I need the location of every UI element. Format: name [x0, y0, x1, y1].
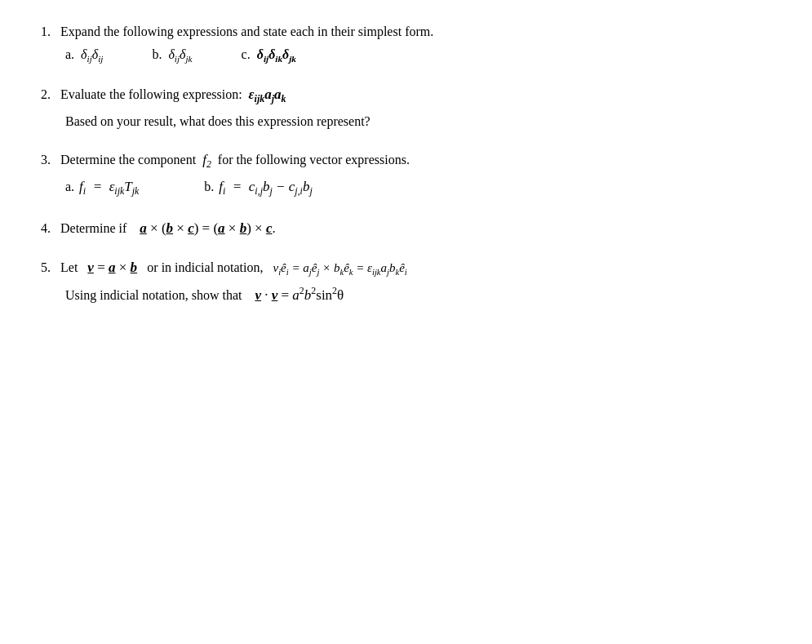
- problem-2-number: 2.: [41, 87, 57, 101]
- problem-3-text2: for the following vector expressions.: [215, 153, 410, 167]
- problem-4-header: 4. Determine if a × (b × c) = (a × b) × …: [41, 220, 771, 237]
- problem-5-number: 5.: [41, 260, 57, 274]
- problem-1-part-b: b. δijδjk: [152, 47, 192, 64]
- problem-4-number: 4.: [41, 221, 57, 235]
- part-b-math: δijδjk: [168, 47, 192, 64]
- problem-1-part-a: a. δijδij: [65, 47, 103, 64]
- problem-5-text2: or in indicial notation,: [140, 260, 269, 274]
- problem-5-math-inline: viêi = ajêj × bkêk = εijkajbkêi: [273, 261, 407, 274]
- part-c-label: c.: [242, 47, 251, 62]
- problem-4-text: Determine if: [60, 221, 136, 235]
- problem-1-parts: a. δijδij b. δijδjk c. δijδikδjk: [65, 47, 771, 64]
- problem-5: 5. Let v = a × b or in indicial notation…: [41, 260, 771, 304]
- part-c-math: δijδikδjk: [257, 47, 296, 64]
- problem-2: 2. Evaluate the following expression: εi…: [41, 87, 771, 128]
- problem-5-followup-text: Using indicial notation, show that: [65, 288, 251, 302]
- problem-5-header: 5. Let v = a × b or in indicial notation…: [41, 260, 771, 277]
- problem-2-math: εijkajak: [249, 87, 286, 102]
- part-a-label: a.: [65, 47, 74, 62]
- problem-1-text: Expand the following expressions and sta…: [60, 24, 433, 38]
- problem-2-header: 2. Evaluate the following expression: εi…: [41, 87, 771, 105]
- part-a-math: δijδij: [81, 47, 103, 64]
- problem-5-text1: Let: [60, 260, 84, 274]
- problem-1-header: 1. Expand the following expressions and …: [41, 24, 771, 39]
- problem-3-part-a: a. fi = εijkTjk: [65, 179, 139, 198]
- problem-3: 3. Determine the component f2 for the fo…: [41, 152, 771, 198]
- problem-3-text: Determine the component: [60, 153, 199, 167]
- p3-part-a-label: a.: [65, 180, 74, 194]
- p3-part-a-math: fi = εijkTjk: [79, 179, 139, 198]
- problem-3-math-inline: f2: [202, 152, 211, 167]
- problem-3-part-b: b. fi = ci,jbj − cj,ibj: [204, 179, 312, 198]
- problem-2-followup: Based on your result, what does this exp…: [65, 114, 771, 129]
- p3-part-b-label: b.: [204, 180, 214, 194]
- problem-3-header: 3. Determine the component f2 for the fo…: [41, 152, 771, 171]
- page-content: 1. Expand the following expressions and …: [41, 24, 771, 304]
- problem-3-number: 3.: [41, 153, 57, 167]
- problem-1-part-c: c. δijδikδjk: [242, 47, 296, 64]
- problem-2-text: Evaluate the following expression:: [60, 87, 246, 101]
- problem-1: 1. Expand the following expressions and …: [41, 24, 771, 64]
- problem-5-followup-math: v · v = a2b2sin2θ: [255, 287, 344, 303]
- problem-4: 4. Determine if a × (b × c) = (a × b) × …: [41, 220, 771, 237]
- problem-1-number: 1.: [41, 24, 57, 38]
- problem-5-followup: Using indicial notation, show that v · v…: [65, 285, 771, 304]
- problem-2-followup-text: Based on your result, what does this exp…: [65, 114, 771, 129]
- part-b-label: b.: [152, 47, 162, 62]
- problem-3-parts: a. fi = εijkTjk b. fi = ci,jbj − cj,ibj: [65, 179, 771, 198]
- p3-part-b-math: fi = ci,jbj − cj,ibj: [219, 179, 312, 198]
- problem-5-v-underline: v = a × b: [87, 260, 140, 275]
- problem-4-math: a × (b × c) = (a × b) × c.: [140, 220, 275, 236]
